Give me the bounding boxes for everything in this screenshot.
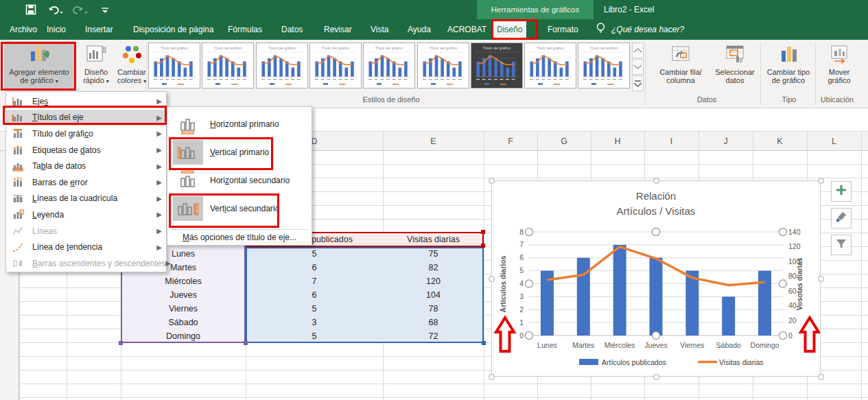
chart-style-thumbnail[interactable]: Título del gráfico [578, 43, 630, 92]
submenu-arrow-icon: ▶ [156, 114, 162, 121]
data-table-icon [12, 161, 24, 172]
chart-elements-plus-button[interactable] [831, 181, 852, 202]
tell-me-label[interactable]: ¿Qué desea hacer? [611, 25, 684, 34]
svg-text:20: 20 [788, 316, 797, 325]
group-label-ubicación: Ubicación [796, 95, 868, 104]
menu-item-l-neas-de-la-cuadr-cula[interactable]: Líneas de la cuadrícula▶ [6, 191, 166, 207]
chart-style-thumbnail[interactable]: Título del gráfico [309, 43, 362, 92]
ribbon-button-select-data[interactable]: Seleccionardatos [712, 41, 758, 90]
submenu-arrow-icon: ▶ [156, 195, 162, 202]
menu-item-etiquetas-de-datos[interactable]: Etiquetas de datos▶ [6, 142, 166, 158]
quick-layout-icon [86, 45, 106, 65]
tell-me-search[interactable]: ¿Qué desea hacer? [596, 19, 684, 40]
ribbon-button-label: Cambiarcolores ▾ [117, 68, 147, 86]
menu-item-tabla-de-datos[interactable]: Tabla de datos▶ [6, 158, 166, 174]
menu-item-ejes[interactable]: Ejes▶ [6, 93, 166, 110]
submenu-arrow-icon: ▶ [156, 244, 162, 251]
tab-dise-o[interactable]: Diseño [493, 19, 526, 40]
submenu-item-horizontal-secundario[interactable]: Horizontal secundario [167, 166, 312, 194]
gallery-scroll-up-icon[interactable] [632, 43, 644, 58]
save-icon[interactable] [23, 3, 38, 16]
chart-style-thumbnail[interactable]: Título del gráfico [524, 43, 576, 92]
bar-Sábado [722, 296, 735, 336]
bar-Miércoles [613, 245, 626, 336]
undo-icon[interactable] [48, 3, 63, 16]
menu-item-l-neas: Líneas▶ [6, 223, 166, 239]
horizontal-secondary-axis-title-icon [173, 168, 203, 193]
chart-filters-funnel-icon [835, 237, 847, 252]
gallery-more-icon[interactable] [632, 75, 644, 91]
lightbulb-icon [596, 22, 606, 37]
chart-filters-funnel-button[interactable] [831, 235, 852, 255]
tab-formato[interactable]: Formato [543, 19, 583, 40]
menu-item-barras-ascendentes-y-descendentes: Barras ascendentes y descendentes▶ [6, 255, 166, 272]
submenu-arrow-icon: ▶ [156, 146, 162, 154]
more-axis-title-options-item[interactable]: Más opciones de título de eje... [167, 231, 312, 245]
ribbon-button-change-chart-type[interactable]: Cambiar tipode gráfico [763, 41, 814, 90]
lines-icon [12, 226, 24, 237]
tab-archivo[interactable]: Archivo [5, 19, 41, 40]
group-label-estilos: Estilos de diseño [329, 95, 453, 104]
updown-bars-icon [12, 258, 24, 269]
axis-titles-icon [12, 112, 24, 123]
svg-text:2: 2 [519, 305, 524, 314]
submenu-item-label: Vertical secundario [210, 204, 279, 213]
ribbon-button-label: Cambiar tipode gráfico [767, 68, 810, 84]
submenu-arrow-icon: ▶ [156, 227, 162, 235]
window-title: Libro2 - Excel [604, 0, 755, 19]
ribbon-button-label: Diseñorápido ▾ [83, 68, 109, 86]
bar-Jueves [650, 258, 663, 336]
tab-disposici-n-de-p-gina[interactable]: Disposición de página [129, 19, 218, 40]
chart-style-thumbnail[interactable]: Título del gráfico [148, 43, 200, 92]
ribbon-button-move-chart[interactable]: Movergráfico [818, 41, 860, 90]
svg-text:Viernes: Viernes [680, 341, 704, 349]
chart-style-thumbnail[interactable]: Título del gráfico [256, 43, 308, 92]
menu-item-barras-de-error[interactable]: Barras de error▶ [6, 174, 166, 191]
chart-style-thumbnail[interactable]: Título del gráfico [363, 43, 415, 92]
chart-style-thumbnail[interactable]: Título del gráfico [202, 43, 254, 92]
submenu-item-vertical-primario[interactable]: Vertical primario [167, 138, 312, 166]
submenu-item-vertical-secundario[interactable]: Vertical secundario [167, 194, 312, 222]
tab-datos[interactable]: Datos [277, 19, 307, 40]
add-chart-element-icon [29, 45, 49, 65]
redo-icon[interactable] [73, 3, 88, 16]
svg-text:120: 120 [788, 242, 801, 250]
svg-text:Relación: Relación [636, 190, 676, 202]
chart-styles-brush-button[interactable] [831, 208, 852, 228]
menu-item-l-nea-de-tendencia[interactable]: Línea de tendencia▶ [6, 239, 166, 255]
submenu-item-label: Vertical primario [210, 148, 269, 157]
ribbon-button-diseno-rapido[interactable]: Diseñorápido ▾ [78, 41, 114, 90]
menu-item-label: Títulos del eje [32, 113, 156, 122]
tab-f-rmulas[interactable]: Fórmulas [224, 19, 266, 40]
vertical-primary-axis-title-icon [173, 140, 203, 165]
tab-inicio[interactable]: Inicio [43, 19, 70, 40]
customize-qat-icon[interactable] [97, 3, 113, 16]
chart-style-thumbnail[interactable]: Título del gráfico [471, 43, 523, 92]
tab-insertar[interactable]: Insertar [81, 19, 117, 40]
tab-ayuda[interactable]: Ayuda [403, 19, 435, 40]
ribbon-button-switch-row-column[interactable]: Cambiar fila/columna [650, 41, 711, 90]
ribbon-button-cambiar-colores[interactable]: Cambiarcolores ▾ [117, 41, 147, 90]
svg-text:Jueves: Jueves [644, 341, 667, 349]
submenu-arrow-icon: ▶ [165, 259, 171, 267]
submenu-item-label: Horizontal primario [210, 119, 279, 129]
gallery-scroll-down-icon[interactable] [632, 59, 644, 75]
tab-revisar[interactable]: Revisar [320, 19, 356, 40]
tab-vista[interactable]: Vista [366, 19, 392, 40]
svg-text:Título del gráfico: Título del gráfico [537, 46, 565, 50]
chart-object[interactable]: 012345678020406080100120140LunesMartesMi… [491, 180, 821, 377]
chart-style-thumbnail[interactable]: Título del gráfico [417, 43, 469, 92]
submenu-item-horizontal-primario[interactable]: Horizontal primario [167, 110, 312, 138]
svg-text:1: 1 [519, 318, 524, 327]
menu-item-t-tulos-del-eje[interactable]: Títulos del eje▶ [6, 110, 166, 126]
horizontal-primary-axis-title-icon [173, 112, 203, 137]
svg-text:Martes: Martes [572, 341, 594, 349]
svg-text:Título del gráfico: Título del gráfico [482, 46, 511, 50]
select-data-icon [725, 45, 745, 65]
ribbon-button-agregar-elemento[interactable]: Agregar elementode gráfico ▾ [4, 41, 74, 90]
tab-acrobat[interactable]: ACROBAT [443, 19, 491, 40]
menu-item-t-tulo-del-gr-fico[interactable]: Título del gráfico▶ [6, 126, 166, 142]
menu-item-label: Barras de error [32, 178, 156, 187]
menu-item-leyenda[interactable]: Leyenda▶ [6, 207, 166, 223]
svg-text:Título del gráfico: Título del gráfico [322, 46, 350, 50]
